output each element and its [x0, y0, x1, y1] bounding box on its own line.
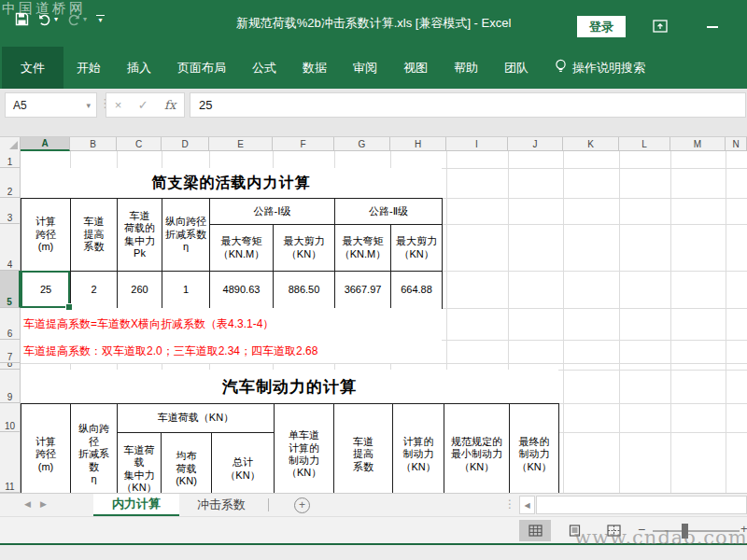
t1-header-eta[interactable]: 纵向跨径 折减系数 η [162, 199, 210, 272]
row-header-9[interactable]: 9 [0, 370, 21, 403]
tab-view[interactable]: 视图 [390, 47, 441, 89]
tab-file[interactable]: 文件 [2, 47, 63, 89]
live-load-table: 计算 跨径 (m) 车道 提高 系数 车道 荷载的 集中力 Pk 纵向跨径 折减… [21, 198, 443, 309]
fill-handle[interactable] [65, 303, 73, 311]
t1-header-highway2[interactable]: 公路-Ⅱ级 [335, 199, 443, 225]
sheet-tab-bar: ◀▶ 内力计算 冲击系数 + ⋮ ◀ [0, 493, 747, 516]
formula-bar: A5 ▾ ⋮ × ✓ fx 25 [0, 89, 747, 137]
t2-header-final-brake[interactable]: 最终的 制动力 （KN） [510, 404, 559, 494]
t1-header-vmax1[interactable]: 最大剪力 （KN） [274, 225, 335, 272]
row-header-8[interactable]: 8 [0, 363, 21, 370]
t1-header-span[interactable]: 计算 跨径 (m) [21, 199, 71, 272]
t2-header-min-brake[interactable]: 规范规定的 最小制动力 （KN） [444, 404, 510, 494]
column-header-J[interactable]: J [508, 137, 563, 151]
t2-header-span[interactable]: 计算 跨径 (m) [21, 404, 71, 494]
sheet-tab-neilijisuan[interactable]: 内力计算 [93, 494, 179, 516]
minimize-icon[interactable] [707, 26, 718, 28]
row-header-2[interactable]: 2 [0, 168, 21, 198]
t2-header-lane-factor[interactable]: 车道 提高 系数 [334, 404, 393, 494]
note-row-7[interactable]: 车道提高系数：双车道取2.0；三车道取2.34；四车道取2.68 [21, 340, 442, 363]
cell-H5[interactable]: 664.88 [391, 272, 443, 309]
ribbon-display-options-icon[interactable] [653, 20, 668, 36]
t1-header-mmax2[interactable]: 最大弯矩 （KN.M） [335, 225, 391, 272]
gridline [619, 151, 620, 493]
tell-me-search-label: 操作说明搜索 [572, 60, 645, 77]
cancel-icon[interactable]: × [115, 98, 122, 112]
note-row-6[interactable]: 车道提高系数=车道数X横向折减系数（表4.3.1-4） [21, 308, 442, 340]
table2-title-cell[interactable]: 汽车制动力的计算 [21, 370, 558, 403]
hscroll-track[interactable] [536, 496, 747, 514]
cell-D5[interactable]: 1 [162, 272, 210, 309]
row-header-10[interactable]: 10 [0, 403, 21, 432]
t2-header-lane-load[interactable]: 车道荷载（KN） [118, 404, 275, 433]
hscroll-resize-handle[interactable]: ⋮ [504, 497, 515, 511]
column-header-H[interactable]: H [390, 137, 446, 151]
row-header-11[interactable]: 11 [0, 432, 21, 493]
cell-C5[interactable]: 260 [118, 272, 162, 309]
insert-function-icon[interactable]: fx [164, 98, 176, 112]
cell-B5[interactable]: 2 [71, 272, 118, 309]
column-header-K[interactable]: K [563, 137, 619, 151]
sheet-nav-left-icon[interactable]: ◀ [24, 499, 40, 509]
row-header-7[interactable]: 7 [0, 340, 21, 363]
cell-E5[interactable]: 4890.63 [210, 272, 274, 309]
column-header-L[interactable]: L [619, 137, 670, 151]
t2-header-total[interactable]: 总计 （KN） [212, 433, 275, 494]
view-normal-button[interactable] [519, 520, 551, 541]
tab-home[interactable]: 开始 [63, 47, 114, 89]
t2-header-calc-brake[interactable]: 计算的 制动力 （KN） [393, 404, 444, 494]
active-cell-selection[interactable] [21, 271, 70, 308]
column-header-E[interactable]: E [209, 137, 273, 151]
tab-team[interactable]: 团队 [491, 47, 542, 89]
hscroll-left-icon[interactable]: ◀ [519, 496, 535, 514]
enter-icon[interactable]: ✓ [138, 98, 148, 112]
column-header-I[interactable]: I [446, 137, 508, 151]
column-header-F[interactable]: F [273, 137, 334, 151]
column-header-M[interactable]: M [670, 137, 726, 151]
tab-insert[interactable]: 插入 [114, 47, 164, 89]
lightbulb-icon [555, 59, 567, 77]
login-button[interactable]: 登录 [577, 16, 626, 37]
ribbon-tab-bar: 文件 开始 插入 页面布局 公式 数据 审阅 视图 帮助 团队 操作说明搜索 [0, 47, 747, 89]
row-header-4[interactable]: 4 [0, 224, 21, 271]
watermark-top: 中国道桥网 [2, 0, 86, 18]
column-header-G[interactable]: G [334, 137, 390, 151]
tell-me-search[interactable]: 操作说明搜索 [555, 47, 645, 89]
braking-force-table: 计算 跨径 (m) 纵向跨 径 折减系 数 η 车道荷载（KN） 单车道 计算的… [21, 403, 559, 493]
row-header-1[interactable]: 1 [0, 151, 21, 168]
t1-header-highway1[interactable]: 公路-Ⅰ级 [210, 199, 335, 225]
t1-header-pk[interactable]: 车道 荷载的 集中力 Pk [118, 199, 162, 272]
t2-header-single-brake[interactable]: 单车道 计算的 制动力 （KN） [275, 404, 334, 494]
formula-input[interactable]: 25 [190, 92, 746, 118]
cell-F5[interactable]: 886.50 [274, 272, 335, 309]
select-all-corner[interactable] [0, 137, 21, 151]
t2-header-eta[interactable]: 纵向跨 径 折减系 数 η [71, 404, 118, 494]
sheet-tab-chongjixishu[interactable]: 冲击系数 [182, 494, 261, 516]
row-header-5[interactable]: 5 [0, 271, 21, 308]
row-header-6[interactable]: 6 [0, 308, 21, 340]
tab-formulas[interactable]: 公式 [239, 47, 289, 89]
column-header-C[interactable]: C [117, 137, 162, 151]
cell-G5[interactable]: 3667.97 [335, 272, 391, 309]
t1-header-lane-factor[interactable]: 车道 提高 系数 [71, 199, 118, 272]
row-header-3[interactable]: 3 [0, 198, 21, 224]
name-box[interactable]: A5 ▾ [5, 92, 97, 118]
sheet-nav-right-icon[interactable]: ▶ [40, 499, 56, 509]
tab-data[interactable]: 数据 [289, 47, 340, 89]
tab-page-layout[interactable]: 页面布局 [164, 47, 239, 89]
t1-header-mmax1[interactable]: 最大弯矩 （KN.M） [210, 225, 274, 272]
t2-header-pk[interactable]: 车道荷 载 集中力 （KN） [118, 433, 162, 494]
add-sheet-button[interactable]: + [294, 497, 310, 513]
qat-customize-icon[interactable]: ▾ [95, 15, 106, 24]
column-header-D[interactable]: D [162, 137, 209, 151]
column-header-N[interactable]: N [726, 137, 747, 151]
window-title: 新规范荷载%2b冲击系数计算.xls [兼容模式] - Excel [140, 0, 607, 47]
table1-title-cell[interactable]: 简支梁的活载内力计算 [21, 168, 442, 198]
column-header-B[interactable]: B [70, 137, 117, 151]
t2-header-q[interactable]: 均布 荷载 (KN) [162, 433, 212, 494]
tab-review[interactable]: 审阅 [340, 47, 390, 89]
t1-header-vmax2[interactable]: 最大剪力 （KN） [391, 225, 443, 272]
name-box-caret-icon[interactable]: ▾ [86, 101, 91, 110]
tab-help[interactable]: 帮助 [441, 47, 491, 89]
column-header-A[interactable]: A [21, 137, 70, 151]
